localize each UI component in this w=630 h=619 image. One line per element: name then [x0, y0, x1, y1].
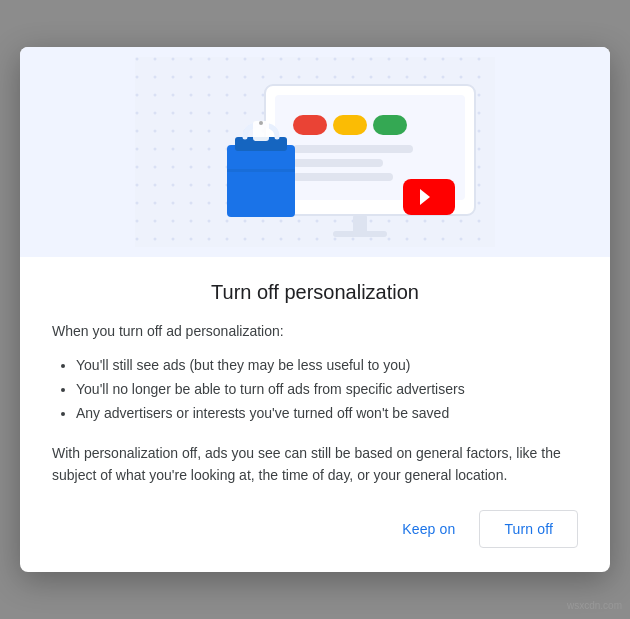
svg-rect-8 [333, 115, 367, 135]
svg-point-18 [259, 121, 263, 125]
illustration-svg [135, 57, 495, 247]
turn-off-button[interactable]: Turn off [479, 510, 578, 548]
list-item-2: You'll no longer be able to turn off ads… [76, 378, 578, 402]
dialog-list: You'll still see ads (but they may be le… [52, 354, 578, 425]
dialog-intro: When you turn off ad personalization: [52, 320, 578, 342]
svg-rect-10 [293, 145, 413, 153]
keep-on-button[interactable]: Keep on [386, 511, 471, 547]
dialog-footer-text: With personalization off, ads you see ca… [52, 442, 578, 487]
dialog-actions: Keep on Turn off [20, 510, 610, 548]
svg-rect-12 [293, 173, 393, 181]
svg-rect-15 [227, 145, 295, 217]
list-item-1: You'll still see ads (but they may be le… [76, 354, 578, 378]
watermark: wsxcdn.com [567, 600, 622, 611]
svg-rect-19 [227, 169, 295, 172]
dialog-title: Turn off personalization [52, 281, 578, 304]
dialog-illustration [20, 47, 610, 257]
dialog: Turn off personalization When you turn o… [20, 47, 610, 573]
svg-rect-7 [293, 115, 327, 135]
list-item-3: Any advertisers or interests you've turn… [76, 402, 578, 426]
svg-rect-9 [373, 115, 407, 135]
svg-rect-6 [333, 231, 387, 237]
svg-rect-11 [293, 159, 383, 167]
svg-rect-5 [353, 215, 367, 233]
dialog-body: Turn off personalization When you turn o… [20, 281, 610, 487]
